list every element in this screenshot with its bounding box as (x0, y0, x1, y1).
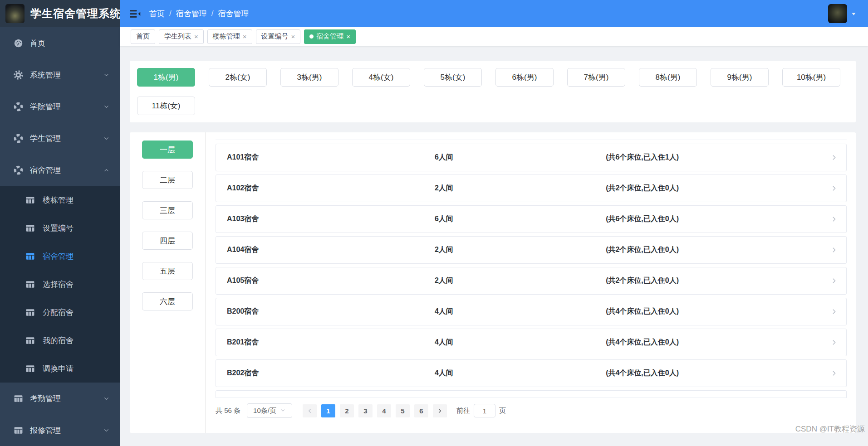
building-button-9[interactable]: 9栋(男) (711, 68, 769, 87)
next-page-button[interactable] (433, 404, 447, 417)
breadcrumb-item[interactable]: 宿舍管理 (176, 9, 207, 19)
tab-home[interactable]: 首页 (131, 29, 155, 44)
tab-label: 学生列表 (164, 32, 191, 41)
tab-set-number[interactable]: 设置编号× (256, 29, 301, 44)
breadcrumb-separator: / (169, 9, 172, 18)
tab-label: 宿舍管理 (316, 32, 343, 41)
sidebar-item-dorm[interactable]: 宿舍管理 (0, 154, 120, 186)
building-button-1[interactable]: 1栋(男) (137, 68, 195, 87)
dorm-beds-info: (共2个床位,已入住0人) (606, 276, 827, 286)
breadcrumb: 首页/宿舍管理/宿舍管理 (149, 9, 249, 19)
sidebar-item-label: 分配宿舍 (43, 307, 74, 318)
page-size-value: 10条/页 (253, 407, 276, 415)
building-button-5[interactable]: 5栋(女) (424, 68, 482, 87)
dorm-beds-info: (共2个床位,已入住0人) (606, 245, 827, 255)
dorm-name: B202宿舍 (227, 368, 435, 378)
floor-button-2[interactable]: 二层 (142, 171, 193, 189)
page-button-4[interactable]: 4 (377, 404, 391, 417)
close-icon[interactable]: × (194, 33, 198, 40)
content-area: 1栋(男)2栋(女)3栋(男)4栋(女)5栋(女)6栋(男)7栋(男)8栋(男)… (120, 46, 868, 446)
sidebar-item-label: 我的宿舍 (43, 335, 74, 346)
close-icon[interactable]: × (243, 33, 247, 40)
chevron-right-icon (436, 407, 443, 414)
page-button-6[interactable]: 6 (414, 404, 428, 417)
dorm-row[interactable]: A102宿舍2人间(共2个床位,已入住0人) (216, 175, 847, 202)
tab-building-mgmt[interactable]: 楼栋管理× (207, 29, 252, 44)
dorm-name: B200宿舍 (227, 307, 435, 316)
sidebar-item-choose-dorm[interactable]: 选择宿舍 (0, 270, 120, 298)
dorm-room-type: 2人间 (435, 276, 606, 286)
page-button-1[interactable]: 1 (321, 404, 335, 417)
floor-button-1[interactable]: 一层 (142, 141, 193, 159)
hamburger-icon[interactable] (129, 9, 141, 19)
avatar[interactable] (828, 4, 847, 23)
sidebar-item-dorm-mgmt[interactable]: 宿舍管理 (0, 242, 120, 270)
building-button-11[interactable]: 11栋(女) (137, 97, 195, 115)
gear-icon (13, 70, 23, 80)
table-icon (25, 195, 35, 205)
dorm-row[interactable]: A104宿舍2人间(共2个床位,已入住0人) (216, 236, 847, 264)
sidebar-item-my-dorm[interactable]: 我的宿舍 (0, 326, 120, 354)
sidebar-item-swap-request[interactable]: 调换申请 (0, 354, 120, 383)
sidebar-item-college[interactable]: 学院管理 (0, 91, 120, 122)
floor-button-4[interactable]: 四层 (142, 232, 193, 250)
goto-unit-label: 页 (499, 407, 506, 415)
chevron-right-icon (830, 277, 838, 285)
chevron-down-icon (103, 427, 110, 434)
page-button-2[interactable]: 2 (340, 404, 354, 417)
sidebar-item-building-mgmt[interactable]: 楼栋管理 (0, 186, 120, 214)
breadcrumb-item[interactable]: 首页 (149, 9, 165, 19)
page-button-5[interactable]: 5 (396, 404, 410, 417)
sidebar-item-student[interactable]: 学生管理 (0, 122, 120, 154)
pagination: 共 56 条10条/页123456前往页 (216, 403, 847, 418)
page-button-3[interactable]: 3 (358, 404, 373, 417)
floor-button-5[interactable]: 五层 (142, 262, 193, 280)
sidebar-item-label: 楼栋管理 (43, 195, 74, 205)
life-ring-icon (13, 134, 23, 143)
dorm-row[interactable]: A103宿舍6人间(共6个床位,已入住0人) (216, 205, 847, 233)
dorm-row[interactable]: B200宿舍4人间(共4个床位,已入住0人) (216, 298, 847, 325)
goto-page-input[interactable] (474, 404, 495, 417)
dorm-name: A102宿舍 (227, 184, 435, 193)
building-button-8[interactable]: 8栋(男) (639, 68, 697, 87)
tab-dorm-mgmt[interactable]: 宿舍管理× (304, 29, 356, 44)
table-icon (25, 223, 35, 233)
page-size-select[interactable]: 10条/页 (247, 403, 292, 418)
floor-button-6[interactable]: 六层 (142, 292, 193, 310)
dashboard-icon (13, 39, 23, 48)
dorm-area: A101宿舍6人间(共6个床位,已入住1人)A102宿舍2人间(共2个床位,已入… (206, 132, 856, 433)
life-ring-icon (13, 102, 23, 112)
sidebar-item-label: 考勤管理 (30, 393, 103, 404)
table-icon (25, 252, 35, 261)
sidebar-item-home[interactable]: 首页 (0, 27, 120, 59)
dorm-room-type: 6人间 (435, 214, 606, 224)
prev-page-button[interactable] (303, 404, 317, 417)
dorm-row[interactable]: A105宿舍2人间(共2个床位,已入住0人) (216, 267, 847, 295)
table-icon (25, 308, 35, 317)
close-icon[interactable]: × (346, 33, 350, 40)
building-button-6[interactable]: 6栋(男) (495, 68, 554, 87)
dorm-row[interactable]: B201宿舍4人间(共4个床位,已入住0人) (216, 329, 847, 356)
caret-down-icon[interactable] (850, 10, 857, 17)
building-button-2[interactable]: 2栋(女) (209, 68, 267, 87)
building-button-4[interactable]: 4栋(女) (352, 68, 410, 87)
sidebar-item-system[interactable]: 系统管理 (0, 59, 120, 91)
chevron-down-icon (103, 395, 110, 402)
sidebar-item-repair[interactable]: 报修管理 (0, 414, 120, 446)
dorm-row[interactable]: A101宿舍6人间(共6个床位,已入住1人) (216, 144, 847, 171)
dorm-row[interactable]: B202宿舍4人间(共4个床位,已入住0人) (216, 359, 847, 387)
close-icon[interactable]: × (291, 33, 295, 40)
building-button-10[interactable]: 10栋(男) (782, 68, 840, 87)
sidebar-item-attendance[interactable]: 考勤管理 (0, 383, 120, 414)
table-icon (25, 336, 35, 345)
tab-student-list[interactable]: 学生列表× (159, 29, 204, 44)
sidebar-item-assign-dorm[interactable]: 分配宿舍 (0, 298, 120, 326)
dorm-room-type: 6人间 (435, 153, 606, 162)
sidebar-item-set-number[interactable]: 设置编号 (0, 214, 120, 242)
tab-label: 设置编号 (261, 32, 289, 41)
floor-button-3[interactable]: 三层 (142, 201, 193, 219)
chevron-up-icon (103, 167, 110, 174)
building-button-3[interactable]: 3栋(男) (280, 68, 338, 87)
dorm-name: A101宿舍 (227, 153, 435, 162)
building-button-7[interactable]: 7栋(男) (567, 68, 625, 87)
